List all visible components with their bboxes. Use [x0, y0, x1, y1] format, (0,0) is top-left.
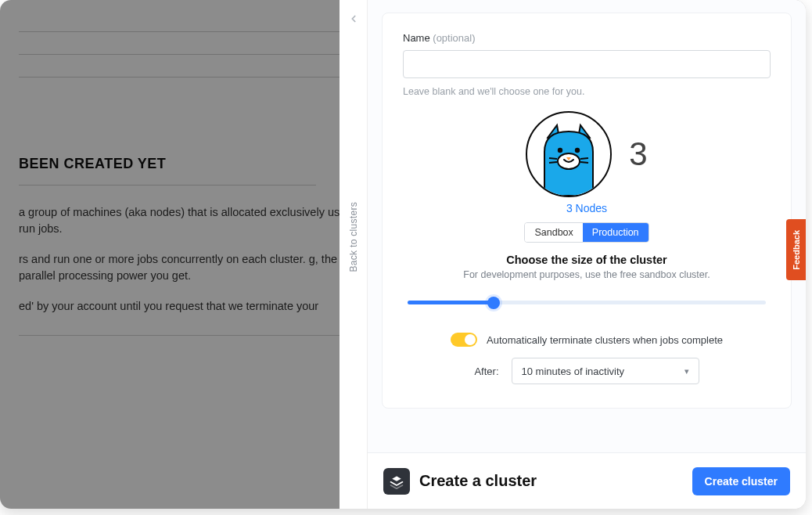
- mode-sandbox-button[interactable]: Sandbox: [525, 223, 582, 242]
- svg-line-5: [580, 158, 588, 159]
- size-section-title: Choose the size of the cluster: [403, 254, 771, 266]
- cluster-size-slider[interactable]: [408, 301, 766, 304]
- mode-production-button[interactable]: Production: [583, 223, 649, 242]
- nodes-link[interactable]: 3 Nodes: [403, 202, 771, 214]
- chevron-down-icon: ▾: [684, 366, 689, 376]
- inactivity-select[interactable]: 10 minutes of inactivity ▾: [512, 358, 699, 384]
- after-label: After:: [474, 366, 498, 377]
- footer-title: Create a cluster: [419, 472, 537, 490]
- mode-segmented-control: Sandbox Production: [524, 222, 649, 243]
- svg-point-1: [575, 148, 580, 153]
- name-field-label: Name (optional): [403, 32, 771, 44]
- back-strip: Back to clusters: [340, 0, 368, 509]
- slider-thumb[interactable]: [487, 297, 500, 309]
- inactivity-select-value: 10 minutes of inactivity: [522, 366, 625, 377]
- cluster-form-card: Name (optional) Leave blank and we'll ch…: [382, 13, 792, 409]
- name-hint: Leave blank and we'll choose one for you…: [403, 86, 771, 97]
- feedback-tab-label: Feedback: [792, 230, 801, 270]
- cluster-name-input[interactable]: [403, 50, 771, 78]
- create-cluster-panel: Back to clusters Name (optional) Leave b…: [368, 0, 806, 509]
- feedback-tab[interactable]: Feedback: [786, 219, 806, 280]
- svg-point-0: [558, 148, 562, 153]
- back-to-clusters-label[interactable]: Back to clusters: [348, 202, 359, 272]
- svg-marker-7: [391, 475, 403, 481]
- svg-line-3: [549, 158, 557, 159]
- auto-terminate-toggle[interactable]: [451, 333, 477, 347]
- svg-line-6: [580, 162, 588, 163]
- panel-footer: Create a cluster Create cluster: [368, 452, 806, 509]
- size-section-subtitle: For development purposes, use the free s…: [403, 269, 771, 280]
- svg-line-4: [549, 162, 557, 163]
- node-count-display: 3: [629, 135, 647, 173]
- create-cluster-button[interactable]: Create cluster: [692, 467, 790, 495]
- mascot-avatar: [526, 111, 612, 197]
- layers-icon: [383, 468, 410, 495]
- back-chevron-icon[interactable]: [345, 8, 362, 30]
- slider-fill: [408, 301, 494, 304]
- auto-terminate-label: Automatically terminate clusters when jo…: [487, 334, 723, 346]
